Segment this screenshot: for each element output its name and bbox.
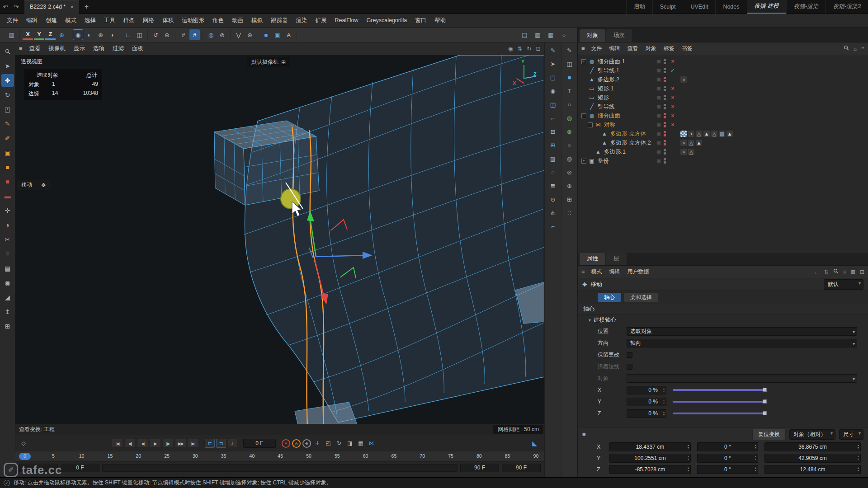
- move-tool[interactable]: ✥: [1, 74, 14, 87]
- vp-menu-0[interactable]: 查看: [25, 45, 45, 52]
- visibility-dots[interactable]: [664, 104, 666, 109]
- om-menu-2[interactable]: 查看: [624, 45, 642, 52]
- value-spinner[interactable]: ▴▾: [858, 444, 859, 449]
- attr-filter-icon[interactable]: ≡: [843, 269, 846, 275]
- ruler-tick-55[interactable]: 55: [335, 453, 340, 459]
- menu-item-6[interactable]: 样条: [119, 17, 139, 24]
- add-tab-button[interactable]: +: [79, 3, 94, 11]
- ruler-tick-15[interactable]: 15: [108, 453, 113, 459]
- tri-sel-tag-icon[interactable]: ▲: [726, 131, 733, 137]
- ruler-tick-60[interactable]: 60: [363, 453, 368, 459]
- layer-chip[interactable]: [657, 159, 661, 163]
- ruler-tick-90[interactable]: 90: [533, 453, 539, 459]
- attr-popout-icon[interactable]: ⊡: [860, 269, 864, 275]
- tree-item-10[interactable]: ▲多边形.1◑△: [578, 147, 868, 156]
- menu-item-7[interactable]: 网格: [139, 17, 158, 24]
- slider-value-field[interactable]: 0 %▴▾: [627, 398, 666, 406]
- attr-tab-0[interactable]: 属性: [580, 253, 605, 265]
- playback-loop-toggle[interactable]: ⊏: [205, 439, 215, 448]
- range-slider-track[interactable]: [102, 464, 458, 472]
- knife-tool[interactable]: ✂: [1, 233, 14, 246]
- menu-item-12[interactable]: 模拟: [247, 17, 267, 24]
- z-rotation-field[interactable]: 0 °▴▾: [697, 465, 758, 474]
- layout-tab-1[interactable]: Sculpt: [652, 0, 683, 14]
- next-key-button[interactable]: ▶▶: [175, 439, 186, 448]
- enable-toggle[interactable]: ×: [670, 113, 676, 119]
- playback-clamp-toggle[interactable]: ⊐: [216, 439, 226, 448]
- y-size-field[interactable]: 42.9059 cm▴▾: [764, 454, 861, 463]
- layer-chip[interactable]: [657, 132, 661, 136]
- coord-mode-dropdown[interactable]: 对象（相对）: [789, 429, 835, 440]
- polygon-pen-tool[interactable]: ✎: [1, 117, 14, 130]
- menu-item-3[interactable]: 模式: [61, 17, 80, 24]
- vp-swap-view-icon[interactable]: ⇅: [518, 45, 522, 52]
- render-settings-button[interactable]: ⊛: [95, 29, 106, 40]
- visibility-dots[interactable]: [664, 86, 666, 91]
- connect-icon[interactable]: ⊞: [563, 193, 576, 206]
- timeline-ruler[interactable]: 051015202530354045505560657075808590: [15, 451, 544, 462]
- tri-tag-icon[interactable]: △: [711, 131, 717, 137]
- om-menu-5[interactable]: 书签: [678, 45, 696, 52]
- ruler-tick-70[interactable]: 70: [420, 453, 425, 459]
- om-filter-icon[interactable]: ≡: [861, 46, 864, 52]
- goto-end-button[interactable]: ▶|: [188, 439, 199, 448]
- slider-track[interactable]: [673, 389, 766, 391]
- sketch-spline-tool[interactable]: ✐: [1, 132, 14, 145]
- visibility-dots[interactable]: [664, 149, 666, 155]
- layer-chip[interactable]: [657, 105, 661, 109]
- value-spinner[interactable]: ▴▾: [755, 466, 756, 472]
- visibility-dots[interactable]: [664, 122, 666, 127]
- close-tab-icon[interactable]: ×: [70, 4, 74, 10]
- enable-toggle[interactable]: ×: [670, 103, 676, 110]
- layout-tab-2[interactable]: UVEdit: [683, 0, 715, 14]
- value-spinner[interactable]: ▴▾: [755, 444, 756, 449]
- tree-item-11[interactable]: +▣备份: [578, 156, 868, 165]
- om-menu-0[interactable]: 文件: [588, 45, 606, 52]
- live-selection-tool[interactable]: ➤: [1, 60, 14, 72]
- range-start-field[interactable]: 0 F: [61, 464, 99, 472]
- tree-item-7[interactable]: -⋈对称×: [578, 120, 868, 129]
- timeline-dock-icon[interactable]: ◣: [532, 440, 541, 447]
- scale-tool[interactable]: ◰: [1, 103, 14, 116]
- layout-monitor-icon-1[interactable]: ▤: [519, 29, 530, 40]
- enable-toggle[interactable]: ×: [670, 122, 676, 128]
- text-primitive-icon[interactable]: T: [563, 85, 576, 97]
- tree-item-6[interactable]: -◍细分曲面×: [578, 111, 868, 120]
- axis-x-toggle[interactable]: X: [23, 30, 33, 40]
- ruler-tick-45[interactable]: 45: [278, 453, 283, 459]
- menu-item-13[interactable]: 跟踪器: [267, 17, 292, 24]
- menu-item-0[interactable]: 文件: [3, 17, 22, 24]
- visibility-dots[interactable]: [664, 113, 666, 118]
- globe-icon[interactable]: ⊕: [563, 180, 576, 192]
- axis-lock-icon[interactable]: A: [283, 29, 294, 40]
- slider-track[interactable]: [673, 401, 766, 403]
- object-link-field[interactable]: [627, 374, 857, 383]
- fit-view-icon[interactable]: ⌐: [547, 221, 559, 233]
- layer-chip[interactable]: [657, 60, 661, 64]
- tri-tag-icon[interactable]: △: [688, 140, 694, 146]
- scene-manager-icon[interactable]: ▦: [6, 29, 17, 40]
- viewport-menu-icon[interactable]: ≡: [19, 45, 23, 52]
- disc-tool[interactable]: ◉: [1, 277, 14, 289]
- vp-reset-view-icon[interactable]: ↻: [527, 45, 531, 52]
- subtab-1[interactable]: 柔和选择: [624, 293, 658, 302]
- layout-tab-5[interactable]: 夜猫-渲染: [786, 0, 826, 14]
- z-size-field[interactable]: 12.484 cm▴▾: [764, 465, 861, 474]
- progress-ring-icon[interactable]: ○: [559, 29, 569, 40]
- rotate-tool[interactable]: ↻: [1, 89, 14, 101]
- extrude-up-tool[interactable]: ↥: [1, 305, 14, 318]
- attr-menu-2[interactable]: 用户数据: [624, 268, 653, 276]
- om-search-icon[interactable]: [844, 45, 849, 52]
- enable-toggle[interactable]: ×: [670, 85, 676, 92]
- ruler-tick-25[interactable]: 25: [164, 453, 170, 459]
- tri-tag-icon[interactable]: △: [696, 131, 702, 137]
- attr-menu-0[interactable]: 模式: [588, 268, 606, 276]
- value-spinner[interactable]: ▴▾: [663, 387, 665, 393]
- group-header[interactable]: ▾ 建模轴心: [578, 314, 868, 325]
- dots-icon[interactable]: ∷: [563, 207, 576, 219]
- attr-menu-1[interactable]: 编辑: [606, 268, 624, 276]
- value-spinner[interactable]: ▴▾: [663, 411, 665, 416]
- menu-item-1[interactable]: 编辑: [22, 17, 42, 24]
- om-tab-1[interactable]: 场次: [606, 29, 632, 42]
- value-spinner[interactable]: ▴▾: [663, 399, 665, 404]
